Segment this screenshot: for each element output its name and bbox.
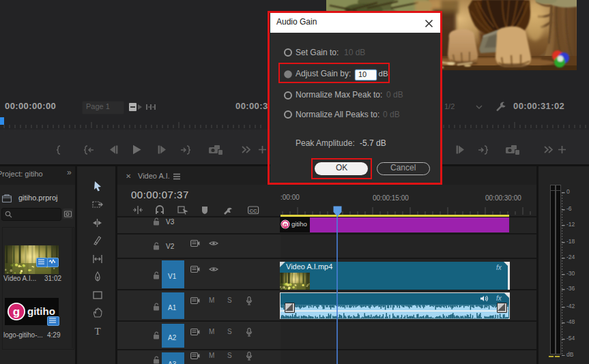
svg-text:g: g (283, 222, 287, 228)
svg-text:g: g (13, 305, 20, 318)
svg-text:T: T (94, 326, 100, 337)
svg-text:CC: CC (250, 208, 257, 214)
